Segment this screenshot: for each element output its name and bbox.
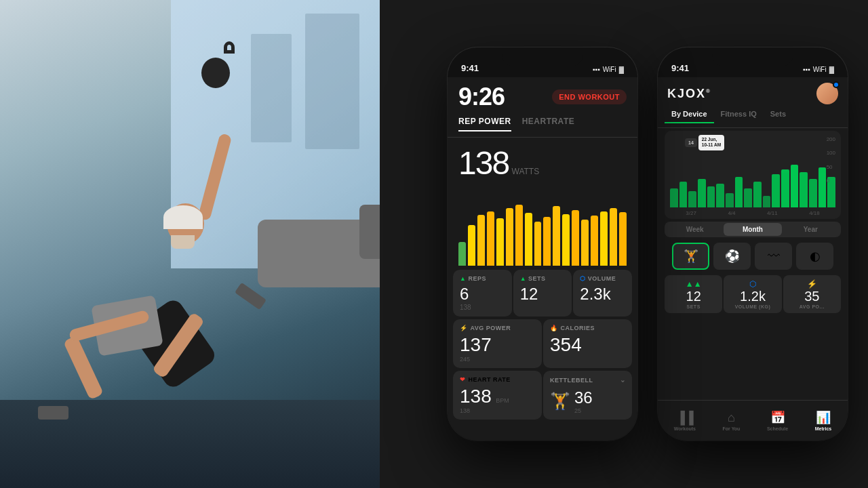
chart-date-labels: 3/27 4/4 4/11 4/18 xyxy=(670,210,835,216)
chart-bar-2 xyxy=(781,169,789,207)
bottom-navigation: ▐▐ Workouts ⌂ For You 📅 Schedule 📊 Metri… xyxy=(658,400,848,441)
nav-schedule[interactable]: 📅 Schedule xyxy=(767,410,788,431)
nav-for-you[interactable]: ⌂ For You xyxy=(723,411,741,431)
p2-volume-display: ⬡ xyxy=(729,279,776,289)
p2-signal-icon: ▪▪▪ xyxy=(803,66,810,73)
chart-bar-2 xyxy=(809,179,817,207)
chevron-down-icon[interactable]: ⌄ xyxy=(620,376,626,384)
workouts-label: Workouts xyxy=(674,426,696,431)
chart-bar-2 xyxy=(726,193,734,207)
p2-sets-display: ▲▲ xyxy=(670,279,717,289)
watt-value: 138 xyxy=(458,145,509,181)
y-label-50: 50 xyxy=(827,164,835,170)
p2-wifi-icon: WiFi xyxy=(813,66,827,73)
p2-avgpower-card: ⚡ 35 AVG PO... xyxy=(783,275,841,313)
metrics-icon: 📊 xyxy=(816,410,831,425)
metrics-label: Metrics xyxy=(815,426,832,431)
tooltip-container: 14 22 Jun, 10-11 AM xyxy=(685,135,724,150)
p2-sets-label: SETS xyxy=(670,304,717,309)
chart-bar-2 xyxy=(772,174,780,207)
avg-power-label: ⚡ AVG POWER xyxy=(460,325,535,331)
phone-2-status-icons: ▪▪▪ WiFi ▓ xyxy=(803,66,834,73)
kettlebell-header: KETTLEBELL ⌄ xyxy=(550,376,625,384)
phone-1-status-icons: ▪▪▪ WiFi ▓ xyxy=(593,66,624,73)
heart-rate-display: 138 BPM xyxy=(460,386,535,407)
sets-value: 12 xyxy=(520,285,566,304)
chart-bar-2 xyxy=(818,167,827,208)
tab-week[interactable]: Week xyxy=(666,223,724,236)
y-label-100: 100 xyxy=(827,150,835,156)
y-label-0: 0 xyxy=(827,178,835,184)
volume-value: 2.3k xyxy=(580,285,625,304)
tab-year[interactable]: Year xyxy=(782,223,840,236)
sets-arrow-icon: ▲ xyxy=(520,275,526,282)
user-avatar[interactable] xyxy=(816,83,838,104)
volume-label: ⬡ VOLUME xyxy=(580,275,625,282)
sets-card: ▲ SETS 12 xyxy=(513,270,572,317)
phone-2-notch xyxy=(712,47,793,66)
sets-label: ▲ SETS xyxy=(520,275,566,282)
workouts-icon: ▐▐ xyxy=(676,411,694,425)
bottom-stats-2: ▲▲ 12 SETS ⬡ 1.2k VOLUME (KG) ⚡ 35 xyxy=(658,272,848,316)
chart-bar xyxy=(543,217,551,266)
chart-bar xyxy=(468,225,475,266)
chart-bar xyxy=(553,206,560,266)
end-workout-button[interactable]: END WORKOUT xyxy=(552,89,627,104)
activity-chart: 14 22 Jun, 10-11 AM 200 100 50 0 xyxy=(665,131,841,219)
p2-volume-value: 1.2k xyxy=(729,289,776,304)
heart-kettlebell-section: ❤ HEART RATE 138 BPM 138 KETTLEBELL ⌄ xyxy=(448,369,637,421)
person-hair xyxy=(163,205,203,229)
chart-bar xyxy=(506,208,513,266)
nav-workouts[interactable]: ▐▐ Workouts xyxy=(674,411,696,431)
chart-bar-2 xyxy=(753,182,762,208)
for-you-icon: ⌂ xyxy=(728,411,735,425)
p2-volume-icon: ⬡ xyxy=(749,279,756,289)
heart-rate-label: ❤ HEART RATE xyxy=(460,376,535,383)
equip-resistance[interactable]: 〰 xyxy=(755,243,792,270)
heart-rate-card: ❤ HEART RATE 138 BPM 138 xyxy=(453,371,542,420)
tab-by-device[interactable]: By Device xyxy=(665,107,714,123)
equip-barbell[interactable]: ⚽ xyxy=(713,243,751,270)
chart-tooltip: 14 22 Jun, 10-11 AM xyxy=(685,135,724,150)
chart-bar-2 xyxy=(679,182,688,208)
phone-2-time: 9:41 xyxy=(671,63,689,73)
notification-dot xyxy=(833,81,840,88)
equip-other[interactable]: ◐ xyxy=(796,243,833,270)
volume-icon: ⬡ xyxy=(580,275,586,282)
p2-avgpower-label: AVG PO... xyxy=(789,304,835,309)
battery-icon: ▓ xyxy=(619,66,624,73)
phone-1: 9:41 ▪▪▪ WiFi ▓ 9:26 END WORKOUT REP POW… xyxy=(448,47,637,441)
p2-battery-icon: ▓ xyxy=(829,66,834,73)
stats-grid: ▲ REPS 6 138 ▲ SETS 12 xyxy=(448,270,637,317)
equipment-row: 🏋 ⚽ 〰 ◐ xyxy=(658,240,848,272)
kettlebell-weight xyxy=(201,58,230,88)
tab-month[interactable]: Month xyxy=(724,223,781,236)
chart-bar-2 xyxy=(763,196,771,208)
tab-rep-power[interactable]: REP POWER xyxy=(458,117,511,131)
kettlebell-card: KETTLEBELL ⌄ 🏋 36 25 xyxy=(543,371,632,420)
phone-1-notch xyxy=(502,47,583,66)
tooltip-info: 22 Jun, 10-11 AM xyxy=(698,135,724,150)
tab-fitness-iq[interactable]: Fitness IQ xyxy=(714,107,764,123)
chart-bar-2 xyxy=(735,177,743,208)
power-chart xyxy=(448,184,637,266)
calories-label: 🔥 CALORIES xyxy=(550,325,625,331)
chart-bar-2 xyxy=(707,186,715,208)
tab-heartrate[interactable]: HEARTRATE xyxy=(522,117,575,131)
lightning-icon: ⚡ xyxy=(460,325,468,331)
phone-2: 9:41 ▪▪▪ WiFi ▓ KJOX® By Device xyxy=(658,47,848,441)
phone-2-content: KJOX® By Device Fitness IQ Sets 14 xyxy=(658,77,848,441)
reps-value: 6 138 xyxy=(460,285,505,311)
arrow-up-icon: ▲ xyxy=(460,275,466,282)
equip-dumbbell[interactable]: 🏋 xyxy=(672,243,709,270)
chart-bar xyxy=(581,220,589,266)
workout-time: 9:26 xyxy=(458,83,505,111)
person-beard xyxy=(171,235,195,249)
chart-bar xyxy=(458,242,466,266)
nav-metrics[interactable]: 📊 Metrics xyxy=(815,410,832,431)
tab-sets[interactable]: Sets xyxy=(764,107,793,123)
kettlebell-sub: 25 xyxy=(574,407,593,414)
reps-card: ▲ REPS 6 138 xyxy=(453,270,512,317)
app-header: KJOX® xyxy=(658,77,848,107)
avg-power-value: 137 xyxy=(460,334,492,355)
